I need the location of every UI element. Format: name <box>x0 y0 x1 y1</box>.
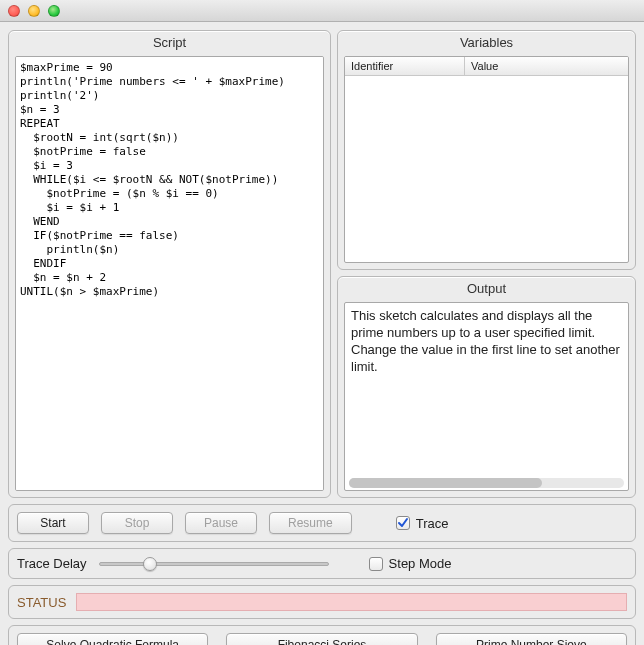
trace-delay-label: Trace Delay <box>17 556 87 571</box>
output-panel: Output This sketch calculates and displa… <box>337 276 636 498</box>
checkbox-icon <box>396 516 410 530</box>
example-quadratic-button[interactable]: Solve Quadratic Formula <box>17 633 208 645</box>
variables-col-value[interactable]: Value <box>465 57 628 75</box>
minimize-icon[interactable] <box>28 5 40 17</box>
script-panel: Script <box>8 30 331 498</box>
examples-row: Solve Quadratic Formula Fibonacci Series… <box>8 625 636 645</box>
status-label: STATUS <box>17 595 66 610</box>
example-sieve-button[interactable]: Prime Number Sieve <box>436 633 627 645</box>
output-panel-title: Output <box>338 277 635 302</box>
trace-checkbox[interactable]: Trace <box>396 516 449 531</box>
status-row: STATUS <box>8 585 636 619</box>
resume-button[interactable]: Resume <box>269 512 352 534</box>
step-mode-label: Step Mode <box>389 556 452 571</box>
output-text: This sketch calculates and displays all … <box>345 303 628 476</box>
trace-controls: Trace Delay Step Mode <box>8 548 636 579</box>
close-icon[interactable] <box>8 5 20 17</box>
script-panel-title: Script <box>9 31 330 56</box>
status-bar <box>76 593 627 611</box>
example-fibonacci-button[interactable]: Fibonacci Series <box>226 633 417 645</box>
variables-table-header: Identifier Value <box>345 57 628 76</box>
stop-button[interactable]: Stop <box>101 512 173 534</box>
script-editor[interactable] <box>16 57 323 490</box>
variables-col-identifier[interactable]: Identifier <box>345 57 465 75</box>
pause-button[interactable]: Pause <box>185 512 257 534</box>
trace-checkbox-label: Trace <box>416 516 449 531</box>
start-button[interactable]: Start <box>17 512 89 534</box>
trace-delay-slider[interactable] <box>99 562 329 566</box>
window-titlebar[interactable] <box>0 0 644 22</box>
run-controls: Start Stop Pause Resume Trace <box>8 504 636 542</box>
slider-thumb-icon[interactable] <box>143 557 157 571</box>
variables-panel: Variables Identifier Value <box>337 30 636 270</box>
zoom-icon[interactable] <box>48 5 60 17</box>
step-mode-checkbox[interactable]: Step Mode <box>369 556 452 571</box>
variables-panel-title: Variables <box>338 31 635 56</box>
output-scrollbar-horizontal[interactable] <box>349 478 624 488</box>
checkbox-icon <box>369 557 383 571</box>
